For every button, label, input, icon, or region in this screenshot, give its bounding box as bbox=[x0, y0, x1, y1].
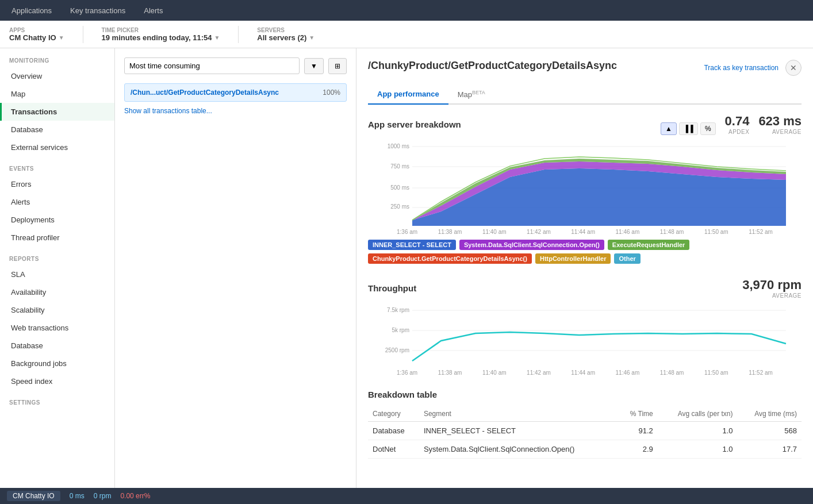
filter-bar: Most time consuming ▼ ⊞ bbox=[124, 57, 347, 74]
row-pct-1: 91.2 bbox=[618, 422, 658, 440]
chart-bar-btn[interactable]: ▐▐ bbox=[679, 122, 698, 135]
sidebar-item-database[interactable]: Database bbox=[0, 121, 114, 138]
apdex-stat: 0.74 APDEX bbox=[725, 114, 750, 135]
sidebar-item-speed-index[interactable]: Speed index bbox=[0, 372, 114, 390]
track-key-link[interactable]: Track as key transaction bbox=[704, 64, 779, 72]
filter-select[interactable]: Most time consuming bbox=[124, 57, 300, 74]
sidebar-item-web-transactions[interactable]: Web transactions bbox=[0, 319, 114, 337]
average-value: 623 ms bbox=[758, 114, 802, 129]
average-label: AVERAGE bbox=[758, 129, 802, 135]
transaction-pct: 100% bbox=[323, 89, 340, 97]
breakdown-table: Category Segment % Time Avg calls (per t… bbox=[368, 406, 802, 459]
filter-extra-btn[interactable]: ⊞ bbox=[328, 58, 347, 74]
monitoring-section-label: MONITORING bbox=[0, 48, 114, 67]
servers-chevron-icon: ▼ bbox=[309, 34, 315, 41]
servers-section: SERVERS All servers (2) ▼ bbox=[257, 27, 315, 42]
row-time-2: 17.7 bbox=[738, 440, 802, 459]
tabs: App performance MapBETA bbox=[368, 85, 802, 105]
sidebar-item-availability[interactable]: Availability bbox=[0, 283, 114, 301]
chart-header-throughput: Throughput 3,970 rpm AVERAGE bbox=[368, 278, 802, 299]
transaction-row[interactable]: /Chun...uct/GetProductCategoryDetailsAsy… bbox=[124, 83, 347, 102]
throughput-value: 3,970 rpm bbox=[742, 278, 802, 293]
chart-pct-btn[interactable]: % bbox=[700, 122, 716, 135]
app-bar: APPS CM Chatty IO ▼ TIME PICKER 19 minut… bbox=[0, 21, 813, 48]
svg-text:250 ms: 250 ms bbox=[390, 203, 409, 210]
close-button[interactable]: ✕ bbox=[785, 60, 802, 76]
sidebar-item-background-jobs[interactable]: Background jobs bbox=[0, 355, 114, 372]
legend-sqlconnection: System.Data.SqlClient.SqlConnection.Open… bbox=[459, 240, 604, 250]
breakdown-table-title: Breakdown table bbox=[368, 390, 802, 399]
apps-chevron-icon: ▼ bbox=[59, 34, 64, 41]
divider-1 bbox=[83, 26, 83, 43]
row-calls-2: 1.0 bbox=[658, 440, 738, 459]
sidebar-item-transactions[interactable]: Transactions bbox=[0, 103, 114, 121]
row-time-1: 568 bbox=[738, 422, 802, 440]
content-area: Most time consuming ▼ ⊞ /Chun...uct/GetP… bbox=[115, 48, 813, 488]
tab-map[interactable]: MapBETA bbox=[448, 85, 494, 105]
chart-header-breakdown: App server breakdown ▲ ▐▐ % 0.74 APDEX 6 bbox=[368, 114, 802, 135]
detail-title: /ChunkyProduct/GetProductCategoryDetails… bbox=[368, 60, 617, 72]
right-panel: /ChunkyProduct/GetProductCategoryDetails… bbox=[356, 48, 813, 488]
main-layout: MONITORING Overview Map Transactions Dat… bbox=[0, 48, 813, 488]
breakdown-chart-container: 1000 ms 750 ms 500 ms 250 ms bbox=[368, 140, 802, 235]
sidebar-item-deployments[interactable]: Deployments bbox=[0, 211, 114, 229]
app-server-breakdown-section: App server breakdown ▲ ▐▐ % 0.74 APDEX 6 bbox=[368, 114, 802, 264]
breakdown-legend: INNER_SELECT - SELECT System.Data.SqlCli… bbox=[368, 240, 802, 264]
show-all-link[interactable]: Show all transactions table... bbox=[124, 107, 212, 115]
breakdown-chart-svg: 1000 ms 750 ms 500 ms 250 ms bbox=[368, 140, 802, 232]
legend-inner-select: INNER_SELECT - SELECT bbox=[368, 240, 456, 250]
status-bar: CM Chatty IO 0 ms 0 rpm 0.00 err% bbox=[0, 488, 813, 504]
svg-text:500 ms: 500 ms bbox=[390, 184, 409, 191]
tab-app-performance[interactable]: App performance bbox=[368, 85, 448, 105]
apps-label: APPS bbox=[9, 27, 64, 33]
row-segment-1: INNER_SELECT - SELECT bbox=[419, 422, 618, 440]
filter-dropdown-btn[interactable]: ▼ bbox=[304, 58, 324, 74]
row-pct-2: 2.9 bbox=[618, 440, 658, 459]
apdex-label: APDEX bbox=[725, 129, 750, 135]
table-row: DotNet System.Data.SqlClient.SqlConnecti… bbox=[368, 440, 802, 459]
apps-section: APPS CM Chatty IO ▼ bbox=[9, 27, 64, 42]
average-stat: 623 ms AVERAGE bbox=[758, 114, 802, 135]
legend-other: Other bbox=[614, 253, 640, 264]
sidebar-item-reports-database[interactable]: Database bbox=[0, 337, 114, 355]
col-pct-time: % Time bbox=[618, 406, 658, 422]
col-avg-time: Avg time (ms) bbox=[738, 406, 802, 422]
svg-text:2500 rpm: 2500 rpm bbox=[385, 347, 409, 353]
timepicker-value[interactable]: 19 minutes ending today, 11:54 ▼ bbox=[102, 33, 220, 42]
sidebar-item-alerts[interactable]: Alerts bbox=[0, 193, 114, 211]
left-panel: Most time consuming ▼ ⊞ /Chun...uct/GetP… bbox=[115, 48, 356, 488]
throughput-chart-container: 7.5k rpm 5k rpm 2500 rpm 1:36 am 11:38 a… bbox=[368, 303, 802, 376]
legend-execute-handler: ExecuteRequestHandler bbox=[608, 240, 690, 250]
throughput-chart-svg: 7.5k rpm 5k rpm 2500 rpm bbox=[368, 303, 802, 372]
servers-value[interactable]: All servers (2) ▼ bbox=[257, 33, 315, 42]
status-app-name: CM Chatty IO bbox=[7, 491, 60, 501]
sidebar-item-overview[interactable]: Overview bbox=[0, 67, 114, 85]
col-avg-calls: Avg calls (per txn) bbox=[658, 406, 738, 422]
row-calls-1: 1.0 bbox=[658, 422, 738, 440]
col-segment: Segment bbox=[419, 406, 618, 422]
detail-header: /ChunkyProduct/GetProductCategoryDetails… bbox=[368, 60, 802, 76]
sidebar-item-thread-profiler[interactable]: Thread profiler bbox=[0, 229, 114, 247]
chart-area-btn[interactable]: ▲ bbox=[661, 122, 677, 135]
sidebar-item-sla[interactable]: SLA bbox=[0, 266, 114, 283]
status-ms: 0 ms bbox=[70, 492, 85, 500]
sidebar-item-external-services[interactable]: External services bbox=[0, 138, 114, 156]
apps-value[interactable]: CM Chatty IO ▼ bbox=[9, 33, 64, 42]
nav-key-transactions[interactable]: Key transactions bbox=[68, 2, 128, 20]
sidebar-item-map[interactable]: Map bbox=[0, 85, 114, 103]
legend-chunky-product: ChunkyProduct.GetProductCategoryDetailsA… bbox=[368, 253, 532, 264]
sidebar-item-errors[interactable]: Errors bbox=[0, 175, 114, 193]
timepicker-section: TIME PICKER 19 minutes ending today, 11:… bbox=[102, 27, 220, 42]
col-category: Category bbox=[368, 406, 419, 422]
events-section-label: EVENTS bbox=[0, 156, 114, 175]
row-category-1: Database bbox=[368, 422, 419, 440]
detail-actions: Track as key transaction ✕ bbox=[704, 60, 802, 76]
nav-alerts[interactable]: Alerts bbox=[141, 2, 165, 20]
legend-http-handler: HttpControllerHandler bbox=[535, 253, 611, 264]
apdex-value: 0.74 bbox=[725, 114, 750, 129]
throughput-label: AVERAGE bbox=[742, 293, 802, 299]
table-row: Database INNER_SELECT - SELECT 91.2 1.0 … bbox=[368, 422, 802, 440]
throughput-stat: 3,970 rpm AVERAGE bbox=[742, 278, 802, 299]
sidebar-item-scalability[interactable]: Scalability bbox=[0, 301, 114, 319]
nav-applications[interactable]: Applications bbox=[9, 2, 54, 20]
